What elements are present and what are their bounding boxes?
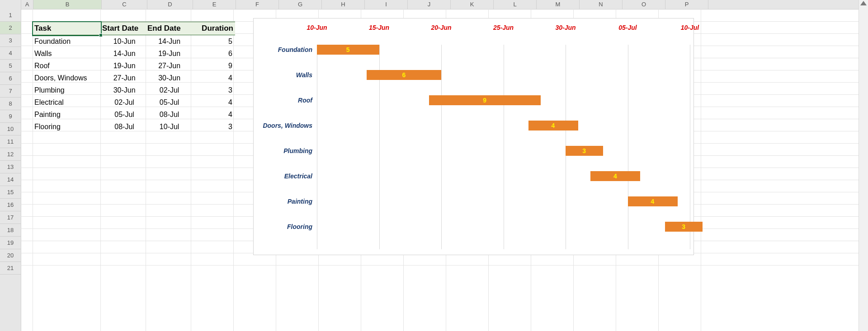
col-end-date[interactable]: End Date [147, 24, 193, 33]
col-duration[interactable]: Duration [193, 24, 235, 33]
cell-duration[interactable]: 4 [192, 74, 235, 82]
gantt-y-label: Painting [288, 198, 312, 205]
gantt-x-tick: 10-Jul [681, 24, 699, 31]
cell-end_date[interactable]: 10-Jul [147, 123, 192, 131]
table-row[interactable]: Walls14-Jun19-Jun6 [33, 47, 235, 60]
col-header-P[interactable]: P [665, 0, 708, 9]
table-row[interactable]: Painting05-Jul08-Jul4 [33, 108, 235, 121]
select-all-corner[interactable] [0, 0, 21, 9]
gantt-bar[interactable]: 4 [528, 121, 578, 131]
cell-duration[interactable]: 4 [192, 98, 235, 107]
cell-task[interactable]: Painting [33, 111, 102, 119]
gantt-x-tick: 30-Jun [555, 24, 576, 31]
row-header-6[interactable]: 6 [0, 72, 21, 85]
cell-task[interactable]: Foundation [33, 37, 102, 46]
gantt-bar[interactable]: 3 [665, 222, 703, 232]
cell-end_date[interactable]: 14-Jun [147, 37, 192, 46]
cell-start_date[interactable]: 27-Jun [102, 74, 147, 82]
cell-start_date[interactable]: 14-Jun [102, 50, 147, 58]
table-row[interactable]: Flooring08-Jul10-Jul3 [33, 121, 235, 133]
col-header-B[interactable]: B [33, 0, 102, 9]
cell-task[interactable]: Plumbing [33, 86, 102, 94]
cell-task[interactable]: Electrical [33, 98, 102, 107]
gantt-x-tick: 20-Jun [431, 24, 451, 31]
col-header-M[interactable]: M [537, 0, 580, 9]
cell-duration[interactable]: 3 [192, 86, 235, 94]
cell-duration[interactable]: 4 [192, 111, 235, 119]
col-header-D[interactable]: D [147, 0, 193, 9]
col-header-E[interactable]: E [193, 0, 236, 9]
row-header-17[interactable]: 17 [0, 211, 21, 224]
row-header-15[interactable]: 15 [0, 186, 21, 199]
gantt-bar[interactable]: 4 [590, 171, 640, 181]
cell-end_date[interactable]: 30-Jun [147, 74, 192, 82]
table-row[interactable]: Electrical02-Jul05-Jul4 [33, 96, 235, 108]
gantt-chart[interactable]: 10-Jun15-Jun20-Jun25-Jun30-Jun05-Jul10-J… [253, 18, 694, 255]
cell-start_date[interactable]: 02-Jul [102, 98, 147, 107]
row-header-7[interactable]: 7 [0, 85, 21, 98]
cell-start_date[interactable]: 05-Jul [102, 111, 147, 119]
row-header-16[interactable]: 16 [0, 199, 21, 211]
col-header-F[interactable]: F [236, 0, 279, 9]
row-header-3[interactable]: 3 [0, 34, 21, 47]
cell-start_date[interactable]: 08-Jul [102, 123, 147, 131]
cell-task[interactable]: Walls [33, 50, 102, 58]
col-header-L[interactable]: L [494, 0, 537, 9]
row-header-8[interactable]: 8 [0, 98, 21, 110]
col-header-O[interactable]: O [623, 0, 665, 9]
row-header-4[interactable]: 4 [0, 47, 21, 60]
row-header-21[interactable]: 21 [0, 262, 21, 275]
row-header-2[interactable]: 2 [0, 22, 21, 34]
row-header-18[interactable]: 18 [0, 224, 21, 237]
cell-end_date[interactable]: 27-Jun [147, 62, 192, 70]
gantt-gridline [317, 45, 317, 249]
row-header-12[interactable]: 12 [0, 148, 21, 161]
cell-end_date[interactable]: 08-Jul [147, 111, 192, 119]
row-header-11[interactable]: 11 [0, 135, 21, 148]
cell-end_date[interactable]: 05-Jul [147, 98, 192, 107]
col-header-H[interactable]: H [322, 0, 365, 9]
cell-duration[interactable]: 6 [192, 50, 235, 58]
table-row[interactable]: Foundation10-Jun14-Jun5 [33, 35, 235, 47]
cell-end_date[interactable]: 19-Jun [147, 50, 192, 58]
cell-end_date[interactable]: 02-Jul [147, 86, 192, 94]
cell-duration[interactable]: 3 [192, 123, 235, 131]
row-header-13[interactable]: 13 [0, 161, 21, 173]
col-header-C[interactable]: C [102, 0, 147, 9]
scroll-up-icon[interactable] [860, 1, 867, 5]
cell-start_date[interactable]: 10-Jun [102, 37, 147, 46]
col-header-N[interactable]: N [580, 0, 623, 9]
gantt-bar[interactable]: 6 [367, 70, 441, 80]
gantt-bar[interactable]: 4 [628, 196, 678, 206]
cell-duration[interactable]: 5 [192, 37, 235, 46]
table-row[interactable]: Doors, Windows27-Jun30-Jun4 [33, 72, 235, 84]
gantt-x-tick: 25-Jun [493, 24, 514, 31]
col-header-J[interactable]: J [408, 0, 451, 9]
gantt-bar[interactable]: 5 [317, 45, 379, 55]
row-header-10[interactable]: 10 [0, 123, 21, 135]
table-row[interactable]: Plumbing30-Jun02-Jul3 [33, 84, 235, 96]
cell-task[interactable]: Roof [33, 62, 102, 70]
row-header-9[interactable]: 9 [0, 110, 21, 123]
gantt-bar[interactable]: 3 [566, 146, 603, 156]
row-header-19[interactable]: 19 [0, 237, 21, 249]
vertical-scrollbar[interactable] [859, 0, 868, 331]
cell-start_date[interactable]: 30-Jun [102, 86, 147, 94]
row-header-14[interactable]: 14 [0, 173, 21, 186]
row-header-1[interactable]: 1 [0, 9, 21, 22]
col-task[interactable]: Task [33, 24, 102, 33]
cell-duration[interactable]: 9 [192, 62, 235, 70]
col-header-A[interactable]: A [21, 0, 33, 9]
cell-start_date[interactable]: 19-Jun [102, 62, 147, 70]
col-header-I[interactable]: I [365, 0, 408, 9]
gantt-bar[interactable]: 9 [429, 95, 541, 105]
table-row[interactable]: Roof19-Jun27-Jun9 [33, 60, 235, 72]
row-header-20[interactable]: 20 [0, 249, 21, 262]
col-header-G[interactable]: G [279, 0, 322, 9]
cell-task[interactable]: Doors, Windows [33, 74, 102, 82]
cell-task[interactable]: Flooring [33, 123, 102, 131]
row-header-5[interactable]: 5 [0, 60, 21, 72]
col-start-date[interactable]: Start Date [102, 24, 147, 33]
col-header-K[interactable]: K [451, 0, 494, 9]
gantt-x-tick: 05-Jul [618, 24, 637, 31]
